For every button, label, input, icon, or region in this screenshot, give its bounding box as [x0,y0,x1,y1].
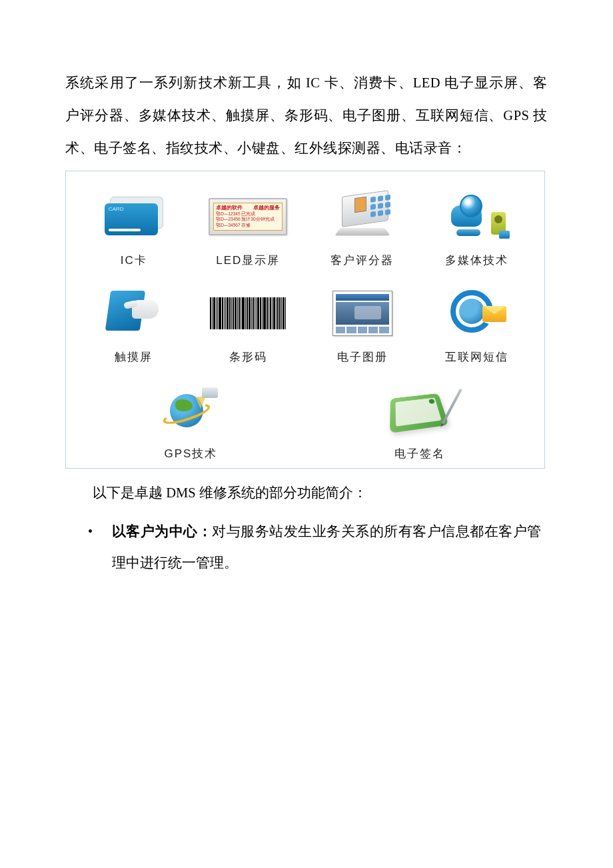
rater-icon [305,185,420,249]
bullet-bold: 以客户为中心： [112,524,212,539]
led-sign-icon: 卓越的软件 卓越的服务 鄂D—12345 已完成 鄂D—23456 预计30分钟… [191,185,306,249]
bullet-text: 以客户为中心：对与服务站发生业务关系的所有客户信息都在客户管理中进行统一管理。 [112,516,541,579]
gps-icon [77,378,305,442]
led-header-right: 卓越的服务 [253,205,280,211]
internet-mail-icon [420,281,534,345]
tech-item-rater: 客户评分器 [305,185,420,268]
tech-label: 电子图册 [337,349,388,365]
tech-label: 触摸屏 [115,349,153,365]
tech-item-netmail: 互联网短信 [420,281,534,365]
led-line: 鄂D—34567 在修 [216,223,280,228]
tech-label: IC卡 [121,253,147,268]
led-line: 鄂D—23456 预计30分钟完成 [216,217,280,222]
ic-card-icon: CARD [77,185,191,249]
tech-label: 多媒体技术 [445,253,508,268]
album-icon [305,281,420,345]
tech-label: GPS技术 [165,446,218,461]
intro-paragraph: 系统采用了一系列新技术新工具，如 IC 卡、消费卡、LED 电子显示屏、客户评分… [65,67,548,165]
tech-label: 客户评分器 [330,253,394,268]
tech-item-led: 卓越的软件 卓越的服务 鄂D—12345 已完成 鄂D—23456 预计30分钟… [191,185,306,268]
feature-bullet: • 以客户为中心：对与服务站发生业务关系的所有客户信息都在客户管理中进行统一管理… [65,516,548,579]
tech-label: LED显示屏 [216,253,280,268]
bullet-dot-icon: • [88,516,112,579]
tech-item-gps: GPS技术 [77,378,305,461]
tech-label: 互联网短信 [445,349,508,365]
tech-item-album: 电子图册 [305,281,420,365]
esign-icon [305,378,534,442]
technology-grid: CARD IC卡 卓越的软件 卓越的服务 鄂D—12345 已完成 鄂D—234… [65,171,545,469]
touchscreen-icon [77,281,191,345]
section-intro: 以下是卓越 DMS 维修系统的部分功能简介： [65,477,548,509]
tech-item-multimedia: 多媒体技术 [420,185,534,268]
tech-item-ic-card: CARD IC卡 [77,185,191,268]
barcode-icon [191,281,306,345]
tech-item-touch: 触摸屏 [77,281,191,365]
multimedia-icon [420,185,534,249]
tech-label: 电子签名 [394,446,445,461]
tech-item-barcode: 条形码 [191,281,306,365]
led-header-left: 卓越的软件 [216,205,243,211]
card-tag: CARD [109,206,158,212]
tech-label: 条形码 [229,349,267,365]
led-line: 鄂D—12345 已完成 [216,211,280,217]
tech-item-esign: 电子签名 [305,378,534,461]
